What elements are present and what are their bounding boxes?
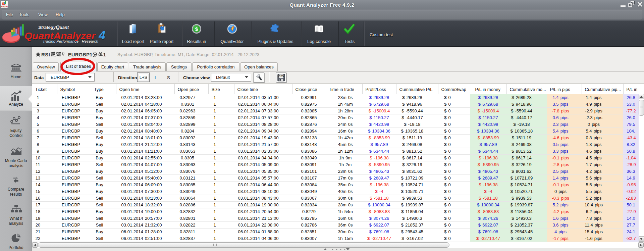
- svg-text:CSV: CSV: [278, 74, 284, 78]
- svg-text:$: $: [195, 26, 198, 32]
